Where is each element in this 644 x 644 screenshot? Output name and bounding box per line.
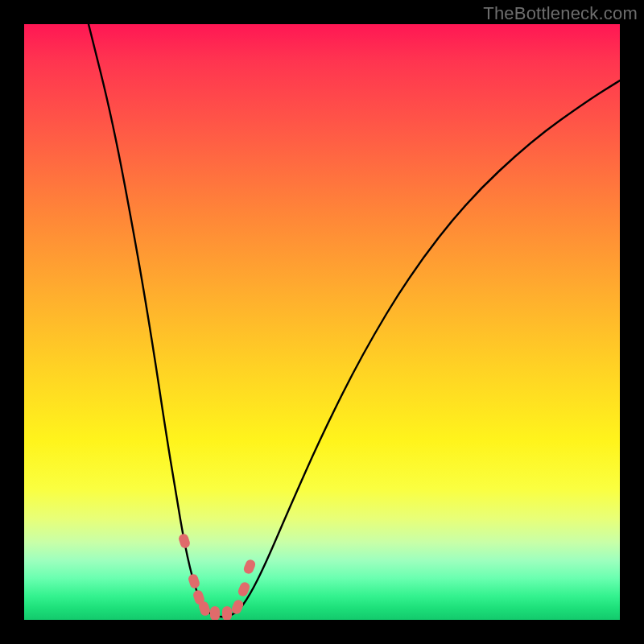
highlight-marker (178, 533, 192, 550)
highlight-marker (230, 598, 245, 615)
highlight-marker (210, 606, 220, 620)
curve-svg (24, 24, 620, 620)
watermark-text: TheBottleneck.com (483, 3, 638, 24)
highlight-marker (222, 606, 232, 620)
plot-area (24, 24, 620, 620)
highlight-marker (242, 558, 257, 575)
highlight-marker (188, 573, 201, 590)
highlight-markers (178, 533, 257, 620)
chart-frame: TheBottleneck.com (0, 0, 644, 644)
bottleneck-curve (89, 24, 620, 617)
